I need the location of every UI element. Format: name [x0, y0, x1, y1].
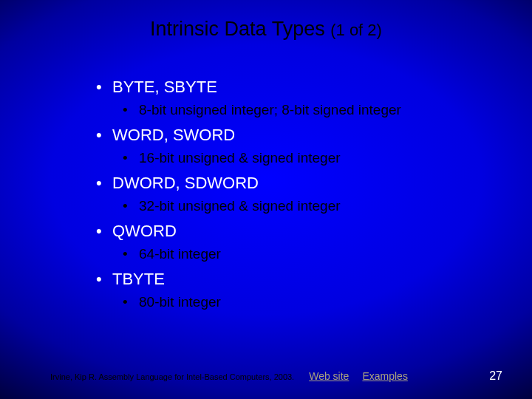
item-head: •DWORD, SDWORD [96, 174, 488, 193]
link-examples[interactable]: Examples [362, 370, 407, 382]
item-sub: •16-bit unsigned & signed integer [123, 150, 488, 166]
item-head-text: TBYTE [112, 270, 165, 288]
item-sub-text: 32-bit unsigned & signed integer [139, 198, 341, 214]
bullet-icon: • [96, 174, 112, 193]
slide-title: Intrinsic Data Types (1 of 2) [0, 18, 532, 41]
title-pager: (1 of 2) [330, 21, 382, 39]
item-head: •BYTE, SBYTE [96, 78, 488, 97]
item-head: •WORD, SWORD [96, 126, 488, 145]
list-item: •WORD, SWORD •16-bit unsigned & signed i… [96, 126, 488, 166]
bullet-icon: • [123, 102, 139, 118]
bullet-icon: • [123, 246, 139, 262]
footer: Irvine, Kip R. Assembly Language for Int… [50, 369, 502, 383]
title-main: Intrinsic Data Types [150, 18, 325, 40]
list-item: •DWORD, SDWORD •32-bit unsigned & signed… [96, 174, 488, 214]
slide: Intrinsic Data Types (1 of 2) •BYTE, SBY… [0, 0, 532, 399]
item-head-text: DWORD, SDWORD [112, 174, 259, 192]
bullet-icon: • [96, 222, 112, 241]
bullet-icon: • [96, 126, 112, 145]
bullet-icon: • [123, 294, 139, 310]
bullet-icon: • [123, 150, 139, 166]
item-head-text: WORD, SWORD [112, 126, 235, 144]
item-sub: •64-bit integer [123, 246, 488, 262]
page-number: 27 [489, 369, 502, 383]
bullet-icon: • [96, 78, 112, 97]
item-head: •QWORD [96, 222, 488, 241]
link-website[interactable]: Web site [309, 370, 349, 382]
item-head: •TBYTE [96, 270, 488, 289]
footer-links: Web site Examples [309, 370, 408, 382]
item-sub-text: 64-bit integer [139, 246, 221, 262]
list-item: •TBYTE •80-bit integer [96, 270, 488, 310]
footer-citation: Irvine, Kip R. Assembly Language for Int… [50, 372, 294, 381]
item-sub: •32-bit unsigned & signed integer [123, 198, 488, 214]
item-sub: •8-bit unsigned integer; 8-bit signed in… [123, 102, 488, 118]
bullet-icon: • [123, 198, 139, 214]
item-sub-text: 8-bit unsigned integer; 8-bit signed int… [139, 102, 401, 117]
list-item: •BYTE, SBYTE •8-bit unsigned integer; 8-… [96, 78, 488, 118]
item-sub: •80-bit integer [123, 294, 488, 310]
item-head-text: BYTE, SBYTE [112, 78, 217, 96]
item-sub-text: 80-bit integer [139, 294, 221, 310]
item-head-text: QWORD [112, 222, 177, 240]
item-sub-text: 16-bit unsigned & signed integer [139, 150, 341, 166]
bullet-icon: • [96, 270, 112, 289]
content-list: •BYTE, SBYTE •8-bit unsigned integer; 8-… [96, 78, 488, 318]
list-item: •QWORD •64-bit integer [96, 222, 488, 262]
